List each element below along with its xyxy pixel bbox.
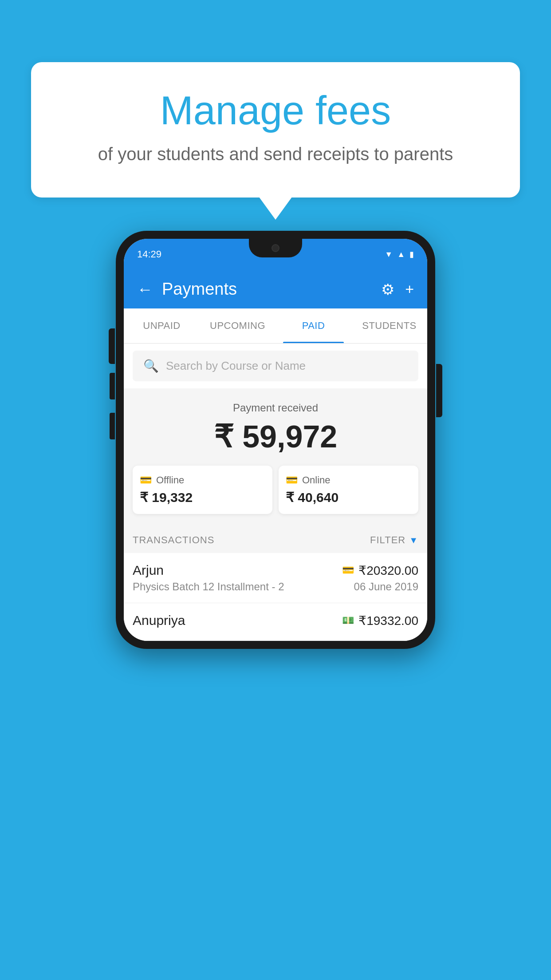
search-container: 🔍 Search by Course or Name: [124, 344, 427, 388]
payment-label: Payment received: [133, 402, 418, 414]
settings-icon[interactable]: ⚙: [381, 281, 394, 298]
transaction-amount: ₹20320.00: [358, 563, 418, 578]
transaction-top: Anupriya 💵 ₹19332.00: [133, 613, 418, 628]
online-type: Online: [302, 474, 331, 486]
search-bar[interactable]: 🔍 Search by Course or Name: [133, 351, 418, 381]
header-right: ⚙ +: [381, 281, 414, 298]
transactions-header: TRANSACTIONS FILTER ▼: [124, 527, 427, 553]
header-left: ← Payments: [137, 280, 237, 299]
online-icon: 💳: [286, 474, 298, 486]
transactions-label: TRANSACTIONS: [133, 534, 214, 546]
status-time: 14:29: [137, 249, 161, 260]
transaction-top: Arjun 💳 ₹20320.00: [133, 563, 418, 578]
transaction-name: Arjun: [133, 563, 164, 578]
wifi-icon: ▼: [385, 250, 393, 259]
payment-cards: 💳 Offline ₹ 19,332 💳 Online ₹ 40,640: [133, 466, 418, 514]
battery-icon: ▮: [409, 249, 414, 259]
volume-button-2: [110, 413, 115, 439]
tab-unpaid[interactable]: UNPAID: [124, 308, 200, 343]
filter-icon: ▼: [409, 535, 418, 545]
phone-screen: 14:29 ▼ ▲ ▮ ← Payments ⚙ +: [124, 239, 427, 641]
transaction-course: Physics Batch 12 Installment - 2: [133, 581, 284, 593]
online-card: 💳 Online ₹ 40,640: [279, 466, 418, 514]
search-placeholder: Search by Course or Name: [166, 359, 306, 373]
speech-bubble-section: Manage fees of your students and send re…: [31, 62, 520, 198]
transaction-date: 06 June 2019: [354, 581, 418, 593]
header-title: Payments: [162, 280, 237, 299]
offline-card: 💳 Offline ₹ 19,332: [133, 466, 272, 514]
offline-payment-icon: 💵: [342, 615, 354, 626]
search-icon: 🔍: [143, 359, 159, 373]
add-icon[interactable]: +: [405, 281, 414, 298]
transaction-name-2: Anupriya: [133, 613, 185, 628]
filter-label: FILTER: [370, 534, 405, 546]
status-icons: ▼ ▲ ▮: [385, 249, 414, 259]
offline-icon: 💳: [140, 474, 152, 486]
offline-card-header: 💳 Offline: [140, 474, 265, 486]
phone-device: 14:29 ▼ ▲ ▮ ← Payments ⚙ +: [116, 231, 435, 649]
speech-bubble: Manage fees of your students and send re…: [31, 62, 520, 198]
volume-button-1: [110, 373, 115, 399]
transaction-amount-wrapper-2: 💵 ₹19332.00: [342, 613, 418, 628]
bubble-subtitle: of your students and send receipts to pa…: [67, 142, 484, 166]
transaction-amount-wrapper: 💳 ₹20320.00: [342, 563, 418, 578]
offline-amount: ₹ 19,332: [140, 490, 265, 505]
online-card-header: 💳 Online: [286, 474, 411, 486]
bubble-title: Manage fees: [67, 89, 484, 133]
camera: [272, 244, 279, 252]
tab-students[interactable]: STUDENTS: [351, 308, 427, 343]
online-payment-icon: 💳: [342, 565, 354, 576]
offline-type: Offline: [156, 474, 184, 486]
notch: [249, 239, 302, 257]
transaction-amount-2: ₹19332.00: [358, 613, 418, 628]
status-bar: 14:29 ▼ ▲ ▮: [124, 239, 427, 270]
transaction-row[interactable]: Arjun 💳 ₹20320.00 Physics Batch 12 Insta…: [124, 553, 427, 603]
signal-icon: ▲: [397, 250, 405, 259]
payment-total: ₹ 59,972: [133, 419, 418, 455]
phone-frame: 14:29 ▼ ▲ ▮ ← Payments ⚙ +: [116, 231, 435, 649]
tab-paid[interactable]: PAID: [276, 308, 351, 343]
payment-received-section: Payment received ₹ 59,972 💳 Offline ₹ 19…: [124, 388, 427, 527]
filter-button[interactable]: FILTER ▼: [370, 534, 418, 546]
tab-upcoming[interactable]: UPCOMING: [200, 308, 276, 343]
transaction-bottom: Physics Batch 12 Installment - 2 06 June…: [133, 581, 418, 593]
back-button[interactable]: ←: [137, 281, 153, 297]
transaction-row[interactable]: Anupriya 💵 ₹19332.00: [124, 603, 427, 641]
online-amount: ₹ 40,640: [286, 490, 411, 505]
tabs-container: UNPAID UPCOMING PAID STUDENTS: [124, 308, 427, 344]
app-header: ← Payments ⚙ +: [124, 270, 427, 308]
